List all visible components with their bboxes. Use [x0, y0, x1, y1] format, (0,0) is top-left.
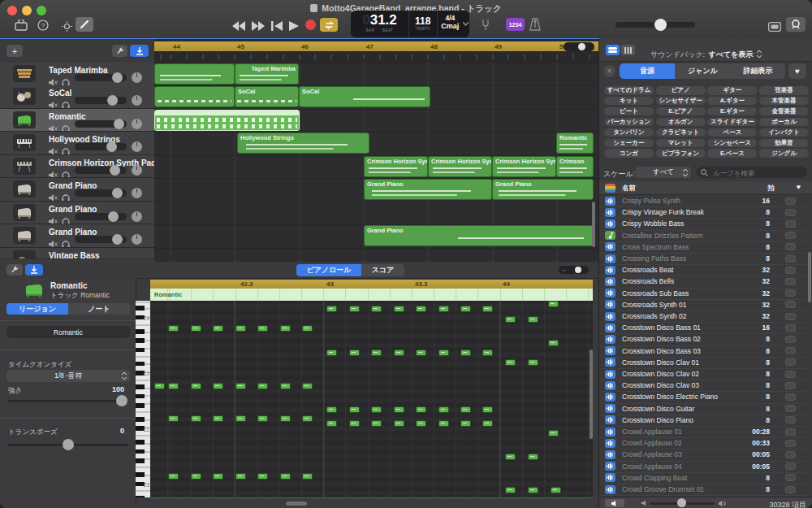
midi-note[interactable]	[438, 420, 449, 427]
black-key[interactable]	[136, 449, 145, 454]
loop-row[interactable]: Crispy Pulse Synth16	[599, 195, 806, 207]
loop-row[interactable]: Crowd Clapping Beat8	[599, 472, 806, 484]
midi-note[interactable]	[280, 415, 291, 422]
headphones-icon[interactable]	[62, 167, 70, 179]
cycle-region-band[interactable]	[154, 41, 598, 51]
category-button[interactable]: ジングル	[759, 149, 809, 158]
transpose-slider-knob[interactable]	[63, 439, 74, 450]
velocity-slider-knob[interactable]	[116, 395, 127, 406]
mute-icon[interactable]	[49, 190, 58, 202]
category-button[interactable]: マレット	[656, 139, 706, 148]
arrange-vertical-scrollbar[interactable]	[592, 202, 595, 247]
track-row[interactable]: Hollywood Strings	[0, 132, 154, 155]
region-hollywood-strings[interactable]: Hollywood Strings	[237, 132, 369, 154]
arrange-zoom-slider[interactable]	[564, 42, 594, 51]
loop-row[interactable]: Cristalline Drizzles Pattern8	[599, 230, 806, 242]
favorite-checkbox[interactable]	[785, 255, 796, 263]
black-key[interactable]	[136, 458, 145, 463]
track-volume-knob[interactable]	[106, 141, 117, 152]
midi-note[interactable]	[326, 420, 337, 427]
pencil-tool-button[interactable]	[76, 17, 93, 32]
midi-note[interactable]	[349, 350, 360, 356]
midi-note[interactable]	[371, 406, 382, 413]
headphones-icon[interactable]	[62, 144, 70, 155]
midi-note[interactable]	[460, 306, 471, 312]
loop-pack-icon[interactable]	[605, 184, 615, 193]
loop-row[interactable]: Crowd Applause 0200:33	[599, 437, 806, 449]
black-key[interactable]	[136, 384, 145, 389]
category-button[interactable]: A.ギター	[707, 97, 757, 106]
midi-note[interactable]	[257, 473, 268, 480]
track-row[interactable]: Crimson Horizon Synth Pad	[0, 155, 154, 179]
midi-note[interactable]	[326, 350, 337, 356]
loop-row[interactable]: Crossroads Sub Bass32	[599, 288, 806, 300]
midi-note[interactable]	[168, 473, 179, 480]
rewind-button[interactable]	[232, 20, 247, 34]
midi-note[interactable]	[191, 473, 201, 480]
go-to-beginning-button[interactable]	[271, 20, 283, 34]
midi-note[interactable]	[326, 306, 337, 312]
soundpack-popup[interactable]: すべてを表示	[709, 50, 754, 59]
midi-note[interactable]	[505, 487, 516, 493]
track-row[interactable]: Grand Piano	[0, 178, 154, 202]
region-grand-piano[interactable]: Grand Piano	[364, 179, 492, 200]
midi-note[interactable]	[394, 406, 404, 413]
midi-note[interactable]	[280, 473, 291, 480]
region-crimson-horizon-synth-p[interactable]: Crimson Horizon Synth P	[428, 156, 492, 177]
region-grand-piano[interactable]: Grand Piano	[364, 225, 594, 246]
forward-button[interactable]	[252, 20, 266, 34]
category-button[interactable]: パーカッション	[604, 118, 654, 127]
region-crimson-horizon-synth-p[interactable]: Crimson Horizon Synth P	[364, 156, 428, 177]
loop-row[interactable]: Crosstown Disco Bass 028	[599, 333, 806, 345]
midi-note[interactable]	[416, 350, 426, 356]
track-row[interactable]: SoCal	[0, 85, 154, 109]
tab-region-inspector[interactable]: リージョン	[6, 303, 68, 315]
headphones-icon[interactable]	[62, 190, 70, 202]
category-button[interactable]: スライドギター	[707, 118, 757, 127]
midi-note[interactable]	[438, 406, 449, 413]
midi-note[interactable]	[213, 473, 223, 480]
category-button[interactable]: E.ギター	[707, 107, 757, 116]
loop-row[interactable]: Crosstown Disco Guitar8	[599, 403, 806, 415]
editor-wrench-button[interactable]	[6, 264, 23, 276]
loop-row[interactable]: Crispy Wobble Bass8	[599, 218, 806, 230]
black-key[interactable]	[136, 417, 145, 422]
category-button[interactable]: E.ピアノ	[656, 107, 706, 116]
midi-note[interactable]	[302, 473, 313, 480]
category-button[interactable]: ピアノ	[656, 86, 706, 95]
region-unnamed[interactable]	[154, 110, 300, 131]
midi-note[interactable]	[482, 350, 493, 356]
loop-row[interactable]: Crossroads Synth 0132	[599, 299, 806, 311]
category-button[interactable]: 弦楽器	[759, 86, 809, 95]
favorite-checkbox[interactable]	[785, 336, 796, 343]
midi-note[interactable]	[235, 383, 246, 389]
category-button[interactable]: ビート	[604, 107, 654, 116]
category-button[interactable]: 効果音	[759, 139, 809, 148]
track-row[interactable]: Vintage Bass	[0, 248, 154, 259]
midi-note[interactable]	[349, 406, 360, 413]
category-button[interactable]: タンバリン	[604, 128, 654, 137]
black-key[interactable]	[136, 394, 145, 399]
library-icon[interactable]	[15, 20, 28, 34]
velocity-slider[interactable]	[8, 400, 128, 402]
tab-descriptors[interactable]: 詳細表示	[731, 63, 785, 79]
midi-note[interactable]	[394, 420, 404, 427]
loop-row[interactable]: Crowd Applause 0400:05	[599, 461, 806, 473]
editor-catch-button[interactable]	[25, 264, 43, 276]
midi-note[interactable]	[528, 359, 538, 366]
lcd-display[interactable]: 031.2 BARBEAT 118 TEMPO 4/4 Cmaj	[351, 11, 469, 37]
midi-note[interactable]	[235, 415, 246, 422]
favorite-checkbox[interactable]	[785, 416, 796, 423]
track-volume-knob[interactable]	[107, 95, 118, 106]
loop-row[interactable]: Crossroads Bells32	[599, 276, 806, 288]
category-button[interactable]: 木管楽器	[759, 97, 809, 106]
column-header-name[interactable]: 名前	[622, 184, 636, 193]
midi-note[interactable]	[191, 415, 201, 422]
midi-note[interactable]	[548, 340, 559, 346]
midi-note[interactable]	[371, 420, 382, 427]
loop-row[interactable]: Crossroads Beat32	[599, 264, 806, 276]
track-volume-knob[interactable]	[112, 188, 123, 198]
track-volume-knob[interactable]	[112, 72, 123, 83]
favorite-checkbox[interactable]	[785, 371, 796, 378]
midi-note[interactable]	[505, 359, 516, 366]
